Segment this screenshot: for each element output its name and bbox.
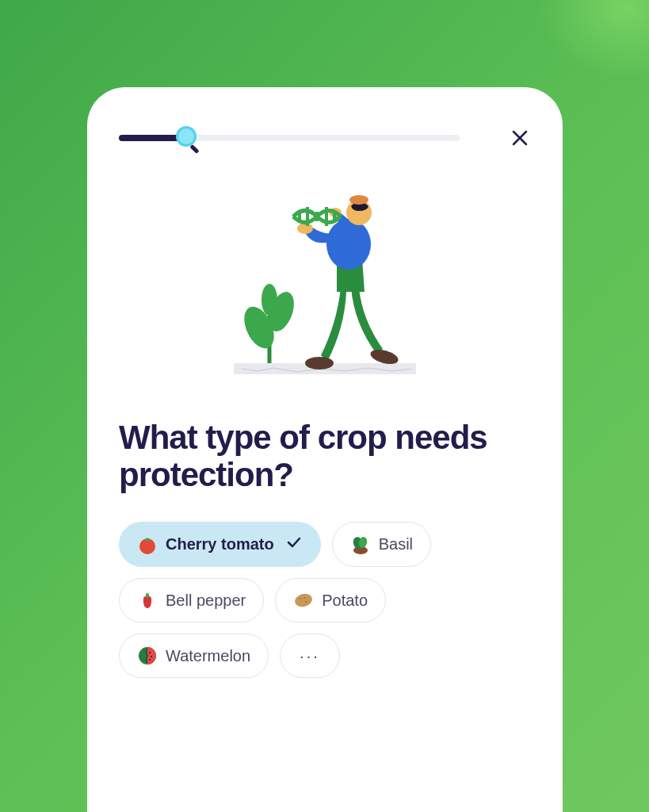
bell-pepper-icon xyxy=(137,590,158,611)
svg-point-9 xyxy=(305,357,334,370)
option-watermelon[interactable]: Watermelon xyxy=(119,634,269,678)
check-icon xyxy=(285,534,303,555)
farmer-illustration xyxy=(119,173,531,379)
svg-point-31 xyxy=(149,652,151,653)
crop-options: Cherry tomato Basil xyxy=(119,522,531,678)
close-icon xyxy=(510,128,529,147)
background-decoration xyxy=(538,0,649,79)
progress-bar[interactable] xyxy=(119,135,460,141)
svg-rect-2 xyxy=(189,144,199,154)
option-more[interactable]: ··· xyxy=(280,634,340,678)
option-label: Potato xyxy=(322,592,368,610)
potato-icon xyxy=(293,590,314,611)
svg-point-21 xyxy=(139,538,155,554)
question-heading: What type of crop needs protection? xyxy=(119,419,531,493)
svg-point-8 xyxy=(262,284,277,316)
svg-point-29 xyxy=(304,597,305,599)
option-label: Watermelon xyxy=(166,647,250,665)
option-basil[interactable]: Basil xyxy=(332,522,431,567)
option-potato[interactable]: Potato xyxy=(275,578,386,622)
option-label: Bell pepper xyxy=(166,592,246,610)
onboarding-card: What type of crop needs protection? Cher… xyxy=(87,87,563,812)
option-bell-pepper[interactable]: Bell pepper xyxy=(119,578,264,622)
option-label: Basil xyxy=(379,535,413,553)
svg-point-33 xyxy=(149,659,151,661)
magnifier-icon xyxy=(174,124,204,157)
svg-point-26 xyxy=(293,592,313,608)
svg-rect-25 xyxy=(146,593,149,598)
svg-point-32 xyxy=(151,656,152,657)
svg-point-1 xyxy=(178,128,194,144)
card-header xyxy=(119,127,531,149)
svg-point-15 xyxy=(349,195,368,205)
close-button[interactable] xyxy=(509,127,531,149)
svg-point-27 xyxy=(300,598,301,599)
option-label: Cherry tomato xyxy=(166,535,274,553)
watermelon-icon xyxy=(137,645,158,666)
option-cherry-tomato[interactable]: Cherry tomato xyxy=(119,522,321,567)
tomato-icon xyxy=(137,534,158,555)
basil-icon xyxy=(350,534,371,555)
svg-point-28 xyxy=(305,601,307,603)
more-icon: ··· xyxy=(300,647,320,665)
